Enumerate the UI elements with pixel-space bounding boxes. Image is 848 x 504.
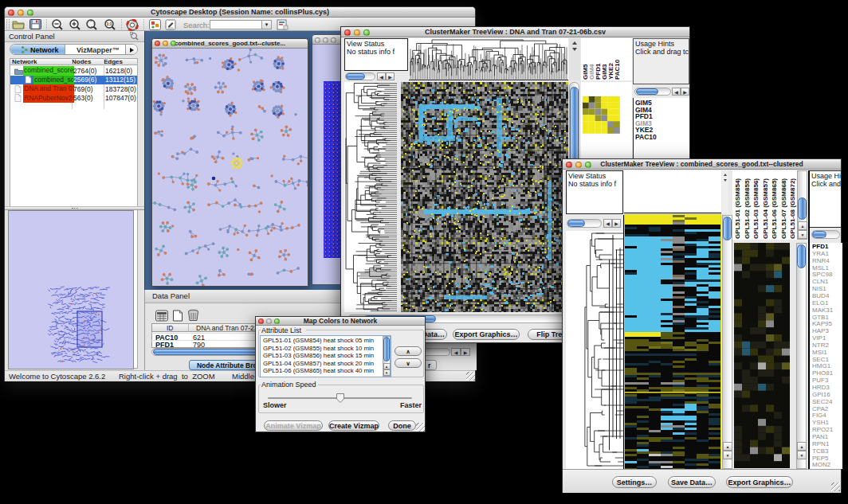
svg-text:GPL51-01 (GSM854): GPL51-01 (GSM854) xyxy=(734,178,741,239)
svg-text:GPL51-04 (GSM857): GPL51-04 (GSM857) xyxy=(762,178,769,239)
svg-text:PAC10: PAC10 xyxy=(614,59,621,80)
svg-text:GPL51-02 (GSM855): GPL51-02 (GSM855) xyxy=(744,178,751,239)
svg-text:GPL51-08 (GSM872): GPL51-08 (GSM872) xyxy=(789,178,796,239)
svg-text:GPL51-07 (GSM868): GPL51-07 (GSM868) xyxy=(780,178,787,239)
svg-text:GPL51-06 (GSM865): GPL51-06 (GSM865) xyxy=(771,178,778,239)
svg-text:GPL51-03 (GSM856): GPL51-03 (GSM856) xyxy=(752,178,760,239)
svg-text:1:1: 1:1 xyxy=(106,21,112,26)
